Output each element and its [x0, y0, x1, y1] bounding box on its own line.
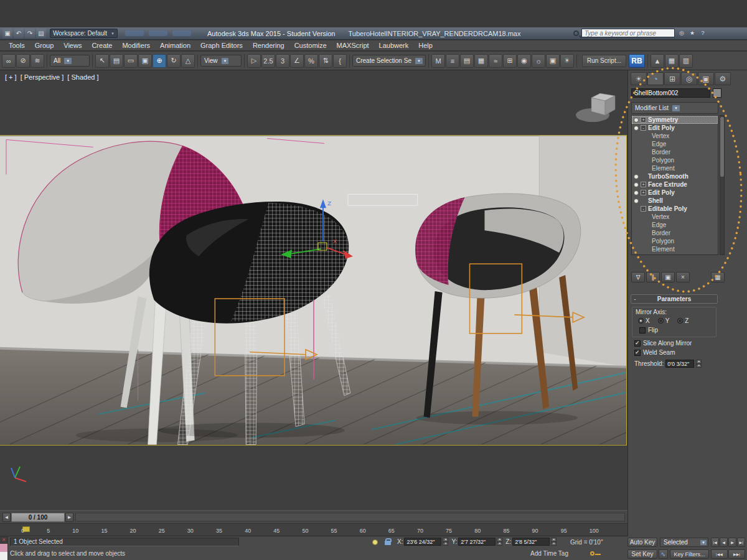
mini-listener-close-icon[interactable]: ✕ [0, 536, 7, 544]
spinner-snap-icon[interactable]: ⇅ [319, 54, 332, 68]
key-filters-button[interactable]: Key Filters... [670, 549, 709, 559]
curve-editor-icon[interactable]: ≈ [489, 54, 502, 68]
viewport-menu-general[interactable]: [ + ] [5, 73, 17, 81]
reference-coordinate-dropdown[interactable]: View [200, 55, 242, 67]
expand-icon[interactable]: - [641, 206, 646, 212]
flip-checkbox[interactable] [639, 327, 646, 334]
viewport-menu-shading[interactable]: [ Shaded ] [67, 73, 98, 81]
rectangular-selection-icon[interactable]: ▭ [124, 54, 138, 68]
auto-key-button[interactable]: Auto Key [627, 538, 657, 547]
select-and-rotate-icon[interactable]: ↻ [167, 54, 181, 68]
modifier-stack-row[interactable]: + Edit Poly [632, 189, 718, 197]
ribbon-toggle-icon[interactable]: ▦ [474, 54, 488, 68]
align-icon[interactable]: ≡ [446, 54, 459, 68]
weld-seam-checkbox[interactable] [634, 350, 641, 356]
tab-display[interactable]: ▣ [698, 72, 714, 85]
next-key-button[interactable]: ▶▶| [728, 549, 745, 559]
project-folder-icon[interactable]: ▤ [36, 29, 46, 38]
modifier-stack-row[interactable]: + Face Extrude [632, 180, 718, 189]
modifier-enable-bulb-icon[interactable] [634, 190, 639, 195]
add-time-tag[interactable]: Add Time Tag [530, 550, 568, 557]
object-name-field[interactable]: ShellBottom002 [631, 88, 710, 98]
modifier-enable-bulb-icon[interactable] [634, 174, 639, 179]
select-by-name-icon[interactable]: ▤ [110, 54, 123, 68]
play-button[interactable]: ▶ [728, 538, 736, 547]
modifier-stack-row[interactable]: Vertex [632, 132, 718, 140]
modifier-enable-bulb-icon[interactable] [634, 198, 639, 203]
threshold-input[interactable]: 0'0 3/32" [665, 360, 694, 368]
snap-3d-icon[interactable]: 3 [276, 54, 289, 68]
modifier-stack-row[interactable]: Polygon [632, 156, 718, 164]
radio-button[interactable] [677, 318, 683, 324]
run-script-button[interactable]: Run Script... [582, 55, 626, 67]
select-object-icon[interactable]: ↖ [95, 54, 109, 68]
menu-item[interactable]: Animation [155, 40, 195, 51]
go-to-end-button[interactable]: ▶| [737, 538, 745, 547]
key-mode-dropdown[interactable]: Selected [660, 538, 708, 547]
mirror-icon[interactable]: M [431, 54, 445, 68]
modifier-stack-row[interactable]: - Edit Poly [632, 124, 718, 132]
spinner[interactable] [551, 538, 557, 546]
undo-icon[interactable]: ↶ [14, 29, 24, 38]
selection-lock-icon[interactable] [385, 541, 391, 545]
next-frame-arrow[interactable]: ► [65, 513, 73, 522]
axis-radio-option[interactable]: Y [658, 317, 670, 324]
modifier-stack-row[interactable]: Element [632, 164, 718, 172]
time-slider-handle[interactable]: 0 / 100 [11, 513, 65, 522]
modifier-stack-row[interactable]: Vertex [632, 213, 718, 221]
menu-item[interactable]: MAXScript [332, 40, 374, 51]
parameters-rollout-header[interactable]: - Parameters [631, 294, 718, 304]
menu-item[interactable]: Help [413, 40, 438, 51]
stack-scrollbar[interactable] [720, 115, 725, 255]
autodesk-360-icon[interactable]: ▲ [651, 54, 664, 68]
adaptive-degradation-icon[interactable] [372, 539, 378, 545]
expand-icon[interactable]: + [641, 182, 646, 187]
menu-item[interactable]: Rendering [248, 40, 289, 51]
modifier-stack-row[interactable]: + Symmetry [632, 116, 718, 124]
axis-radio-option[interactable]: X [638, 317, 650, 324]
menu-item[interactable]: Group [30, 40, 59, 51]
tab-utilities[interactable]: ⚙ [715, 72, 731, 85]
remove-modifier-button[interactable]: × [676, 272, 690, 282]
angle-snap-icon[interactable]: ∠ [290, 54, 304, 68]
modifier-stack-row[interactable]: Edge [632, 221, 718, 229]
mini-listener-macro-line[interactable] [0, 544, 7, 552]
render-setup-icon[interactable]: ☼ [532, 54, 545, 68]
modifier-stack-row[interactable]: Border [632, 229, 718, 237]
named-selection-set-dropdown[interactable]: Create Selection Se [352, 55, 426, 67]
tab-modify[interactable]: ◔ [647, 72, 664, 85]
pin-stack-button[interactable]: ∇ [631, 272, 645, 282]
modifier-stack-row[interactable]: Edge [632, 140, 718, 148]
show-end-result-button[interactable]: ∥ [646, 272, 660, 282]
select-and-move-icon[interactable]: ⊕ [153, 54, 166, 68]
maxscript-mini-listener[interactable]: ✕ [0, 536, 8, 560]
stack-scrollbar-thumb[interactable] [720, 117, 724, 177]
menu-item[interactable]: Tools [4, 40, 30, 51]
tab-motion[interactable]: ◎ [681, 72, 697, 85]
modifier-stack-row[interactable]: TurboSmooth [632, 172, 718, 180]
spinner[interactable] [443, 538, 448, 546]
select-and-manipulate-icon[interactable]: ▷ [247, 54, 261, 68]
tab-create[interactable]: ☀ [631, 72, 647, 85]
spinner[interactable] [497, 538, 502, 546]
expand-icon[interactable]: + [641, 117, 646, 123]
select-and-scale-icon[interactable]: △ [181, 54, 195, 68]
time-slider-track[interactable] [75, 513, 625, 521]
favorites-icon[interactable]: ★ [688, 29, 697, 37]
keyboard-override-icon[interactable]: { [333, 54, 347, 68]
save-file-icon[interactable]: ▣ [2, 29, 12, 38]
selection-filter-dropdown[interactable]: All [50, 55, 90, 67]
modifier-stack-row[interactable]: Polygon [632, 237, 718, 245]
modifier-list-dropdown[interactable]: Modifier List [631, 102, 718, 114]
modifier-stack-row[interactable]: - Editable Poly [632, 205, 718, 213]
object-color-swatch[interactable] [713, 88, 721, 98]
rollout-collapse-icon[interactable]: - [631, 296, 639, 302]
previous-frame-arrow[interactable]: ◄ [2, 513, 11, 522]
modifier-stack-row[interactable]: Shell [632, 197, 718, 205]
view-cube[interactable] [574, 88, 619, 124]
radio-button[interactable] [658, 318, 664, 324]
expand-icon[interactable]: + [641, 190, 646, 195]
new-key-filter-icon[interactable]: ∿ [659, 549, 668, 559]
rendered-frame-icon[interactable]: ▣ [546, 54, 560, 68]
unlink-selection-icon[interactable]: ⊘ [16, 54, 30, 68]
